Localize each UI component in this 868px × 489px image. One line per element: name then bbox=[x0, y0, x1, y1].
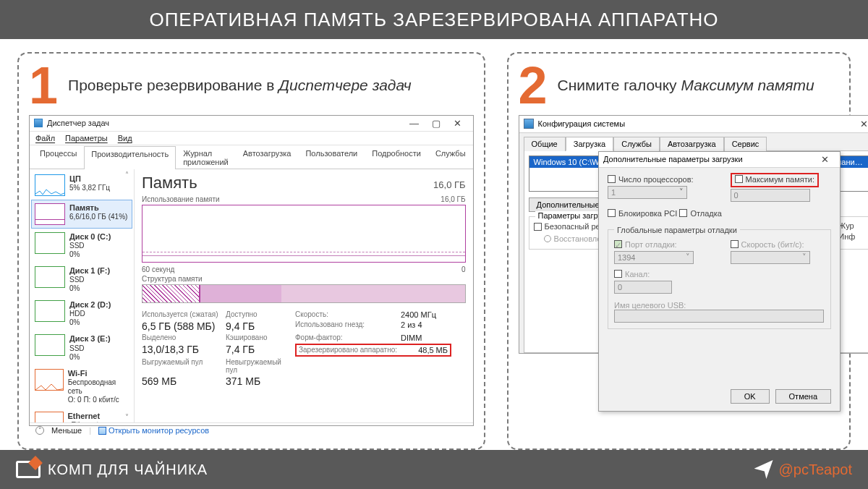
resource-monitor-icon bbox=[98, 427, 106, 435]
collapse-icon[interactable]: ˄ bbox=[35, 426, 44, 435]
sidebar-item-disk3[interactable]: Диск 3 (E:)SSD0% bbox=[31, 331, 132, 365]
sidebar-item-disk0[interactable]: Диск 0 (C:)SSD0% bbox=[31, 229, 132, 263]
page-title: ОПЕРАТИВНАЯ ПАМЯТЬ ЗАРЕЗЕРВИРОВАНА АППАР… bbox=[0, 0, 868, 39]
maximize-button[interactable]: ▢ bbox=[425, 118, 447, 129]
ok-button[interactable]: OK bbox=[731, 389, 770, 404]
tab-performance[interactable]: Производительность bbox=[84, 146, 176, 169]
tab-app-history[interactable]: Журнал приложений bbox=[176, 145, 236, 169]
tm-titlebar[interactable]: Диспетчер задач — ▢ ✕ bbox=[30, 116, 473, 132]
tm-tabs: Процессы Производительность Журнал прило… bbox=[30, 145, 473, 169]
tm-sidebar: ЦП5% 3,82 ГГц Память6,6/16,0 ГБ (41%) Ди… bbox=[30, 169, 135, 422]
sidebar-item-disk2[interactable]: Диск 2 (D:)HDD0% bbox=[31, 297, 132, 331]
memory-heading: Память bbox=[142, 174, 197, 192]
minimize-button[interactable]: — bbox=[404, 118, 425, 129]
advdlg-title: Дополнительные параметры загрузки bbox=[603, 155, 743, 163]
cancel-button[interactable]: Отмена bbox=[775, 389, 831, 404]
tab-startup[interactable]: Автозагрузка bbox=[660, 137, 724, 151]
menu-options[interactable]: Параметры bbox=[65, 134, 108, 143]
usb-target-input bbox=[614, 310, 824, 323]
chevron-down-icon: ˅ bbox=[686, 252, 690, 262]
sidebar-item-ethernet[interactable]: EthernetvEthernet (Ethernet) bbox=[31, 408, 132, 422]
global-debug-group: Глобальные параметры отладки ✓Порт отлад… bbox=[608, 226, 831, 329]
sidebar-item-memory[interactable]: Память6,6/16,0 ГБ (41%) bbox=[31, 200, 132, 229]
memory-stats: Используется (сжатая) Доступно Скорость:… bbox=[142, 310, 466, 387]
max-memory-input: 0 bbox=[731, 189, 810, 202]
memory-usage-graph bbox=[142, 205, 466, 263]
menu-view[interactable]: Вид bbox=[118, 134, 132, 143]
pci-lock-checkbox[interactable]: Блокировка PCI bbox=[608, 209, 677, 218]
advanced-boot-dialog: Дополнительные параметры загрузки ✕ Числ… bbox=[598, 151, 841, 412]
tab-users[interactable]: Пользователи bbox=[298, 145, 365, 169]
usage-right: 16,0 ГБ bbox=[441, 195, 465, 203]
page-footer: КОМП ДЛЯ ЧАЙНИКА @pcTeapot bbox=[0, 450, 868, 489]
axis-left: 60 секунд bbox=[142, 265, 174, 273]
msconfig-icon bbox=[524, 119, 534, 129]
tab-services[interactable]: Службы bbox=[428, 145, 473, 169]
telegram-link[interactable]: @pcTeapot bbox=[754, 460, 852, 479]
tm-main: Память 16,0 ГБ Использование памяти16,0 … bbox=[135, 169, 473, 422]
memory-composition bbox=[142, 284, 466, 303]
close-button[interactable]: ✕ bbox=[814, 154, 835, 165]
open-resource-monitor-link[interactable]: Открыть монитор ресурсов bbox=[98, 426, 209, 435]
telegram-icon bbox=[754, 460, 773, 479]
debug-port-checkbox: ✓Порт отладки: bbox=[614, 240, 677, 249]
tm-menu: Файл Параметры Вид bbox=[30, 132, 473, 145]
scrollbar[interactable]: ˄˅ bbox=[122, 171, 132, 421]
close-button[interactable]: ✕ bbox=[854, 119, 868, 129]
debug-channel-checkbox: Канал: bbox=[614, 270, 650, 278]
tab-details[interactable]: Подробности bbox=[365, 145, 428, 169]
advdlg-titlebar[interactable]: Дополнительные параметры загрузки ✕ bbox=[599, 152, 840, 168]
memory-total: 16,0 ГБ bbox=[433, 179, 465, 190]
fewer-details-button[interactable]: Меньше bbox=[51, 426, 82, 435]
num-processors-select: 1˅ bbox=[608, 186, 687, 199]
step1-number: 1 bbox=[29, 62, 58, 109]
tab-tools[interactable]: Сервис bbox=[724, 137, 767, 151]
global-debug-legend: Глобальные параметры отладки bbox=[614, 226, 740, 234]
tab-processes[interactable]: Процессы bbox=[33, 145, 84, 169]
hardware-reserved-highlight: Зарезервировано аппаратно: 48,5 МБ bbox=[295, 344, 451, 357]
tab-startup[interactable]: Автозагрузка bbox=[236, 145, 299, 169]
task-manager-icon bbox=[34, 119, 43, 127]
step2-number: 2 bbox=[519, 62, 548, 109]
msconfig-titlebar[interactable]: Конфигурация системы ✕ bbox=[519, 116, 868, 133]
max-memory-highlight: Максимум памяти: bbox=[731, 173, 820, 187]
laptop-icon bbox=[16, 461, 41, 478]
msconfig-tabs: Общие Загрузка Службы Автозагрузка Серви… bbox=[519, 133, 868, 150]
tab-boot[interactable]: Загрузка bbox=[566, 137, 613, 151]
sidebar-item-cpu[interactable]: ЦП5% 3,82 ГГц bbox=[31, 171, 132, 200]
msconfig-title: Конфигурация системы bbox=[538, 119, 626, 128]
usb-target-label: Имя целевого USB: bbox=[614, 301, 825, 310]
menu-file[interactable]: Файл bbox=[35, 134, 55, 143]
chevron-down-icon: ˅ bbox=[802, 252, 807, 262]
tab-general[interactable]: Общие bbox=[524, 137, 566, 151]
telegram-handle: @pcTeapot bbox=[779, 462, 852, 478]
tm-footer: ˄ Меньше | Открыть монитор ресурсов bbox=[30, 422, 473, 438]
chevron-down-icon: ˅ bbox=[679, 187, 684, 197]
num-processors-checkbox[interactable]: Число процессоров: bbox=[608, 175, 694, 184]
sidebar-item-wifi[interactable]: Wi-FiБеспроводная сетьО: 0 П: 0 кбит/с bbox=[31, 365, 132, 408]
step2-panel: 2 Снимите галочку Максимум памяти Конфиг… bbox=[507, 52, 851, 450]
task-manager-window: Диспетчер задач — ▢ ✕ Файл Параметры Вид… bbox=[29, 115, 474, 426]
close-button[interactable]: ✕ bbox=[447, 118, 469, 129]
sidebar-item-disk1[interactable]: Диск 1 (F:)SSD0% bbox=[31, 263, 132, 297]
debug-channel-input: 0 bbox=[614, 281, 672, 294]
debug-speed-checkbox: Скорость (бит/с): bbox=[731, 240, 804, 249]
tm-title: Диспетчер задач bbox=[47, 119, 109, 127]
max-memory-checkbox[interactable]: Максимум памяти: bbox=[735, 175, 815, 184]
axis-right: 0 bbox=[461, 265, 466, 273]
step1-panel: 1 Проверьте резервирование в Диспетчере … bbox=[17, 52, 485, 450]
usage-label: Использование памяти bbox=[142, 195, 220, 203]
tab-services[interactable]: Службы bbox=[613, 137, 660, 151]
debug-checkbox[interactable]: Отладка bbox=[679, 209, 721, 218]
debug-port-select: 1394˅ bbox=[614, 251, 694, 264]
struct-label: Структура памяти bbox=[142, 275, 203, 283]
footer-logo: КОМП ДЛЯ ЧАЙНИКА bbox=[16, 461, 208, 478]
brand-label: КОМП ДЛЯ ЧАЙНИКА bbox=[48, 462, 208, 478]
debug-speed-select: ˅ bbox=[731, 251, 810, 264]
step2-title: Снимите галочку Максимум памяти bbox=[558, 77, 814, 94]
step1-title: Проверьте резервирование в Диспетчере за… bbox=[68, 77, 412, 94]
